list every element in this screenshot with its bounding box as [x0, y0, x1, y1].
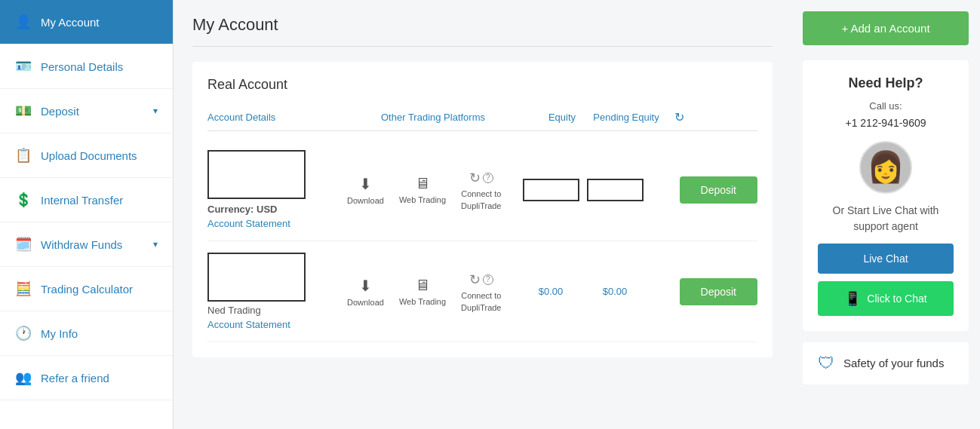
- account-box-1: [207, 150, 306, 199]
- sidebar-item-trading-calculator[interactable]: 🧮 Trading Calculator: [0, 267, 173, 311]
- dupli-trade-icon: ↻: [469, 271, 481, 288]
- section-title: Real Account: [207, 77, 757, 93]
- shield-icon: 🛡: [818, 354, 834, 373]
- account-statement-link-1[interactable]: Account Statement: [207, 218, 347, 229]
- col-header-account-details: Account Details: [207, 112, 358, 123]
- sidebar-item-label: Upload Documents: [41, 149, 137, 162]
- trading-actions-1: ⬇ Download 🖥 Web Trading ↻ ? Connect to …: [347, 170, 521, 210]
- page-title: My Account: [192, 15, 773, 47]
- dupli-trade-action-1[interactable]: ↻ ? Connect to DupliTrade: [461, 170, 501, 210]
- question-icon[interactable]: ?: [483, 173, 493, 183]
- friends-icon: 👥: [15, 369, 32, 386]
- sidebar-item-withdraw-funds[interactable]: 🗓️ Withdraw Funds ▾: [0, 222, 173, 267]
- sidebar-item-label: Withdraw Funds: [41, 238, 122, 251]
- chevron-down-icon: ▾: [153, 106, 158, 116]
- sidebar-item-label: My Account: [41, 16, 100, 29]
- deposit-button-2[interactable]: Deposit: [680, 278, 757, 305]
- avatar-placeholder: 👩: [867, 149, 905, 185]
- sidebar-item-refer-a-friend[interactable]: 👥 Refer a friend: [0, 356, 173, 400]
- add-account-button[interactable]: + Add an Account: [803, 11, 969, 45]
- web-trading-action-1[interactable]: 🖥 Web Trading: [399, 175, 446, 204]
- sidebar-item-label: Trading Calculator: [41, 283, 133, 296]
- sidebar: 👤 My Account 🪪 Personal Details 💵 Deposi…: [0, 0, 174, 429]
- withdraw-icon: 🗓️: [15, 236, 32, 253]
- whatsapp-icon: 📱: [844, 290, 861, 307]
- real-account-section: Real Account Account Details Other Tradi…: [192, 62, 773, 357]
- web-trading-action-2[interactable]: 🖥 Web Trading: [399, 277, 446, 306]
- info-icon: 🕐: [15, 325, 32, 342]
- monitor-icon: 🖥: [415, 175, 430, 192]
- phone-number: +1 212-941-9609: [845, 117, 926, 129]
- chevron-down-icon: ▾: [153, 239, 158, 250]
- safety-card: 🛡 Safety of your funds: [803, 342, 969, 385]
- help-card: Need Help? Call us: +1 212-941-9609 👩 Or…: [803, 60, 969, 331]
- user-icon: 👤: [15, 14, 32, 30]
- table-row: Ned Trading Account Statement ⬇ Download…: [207, 241, 757, 342]
- deposit-button-1[interactable]: Deposit: [680, 176, 757, 204]
- sidebar-item-label: Personal Details: [41, 60, 123, 73]
- sidebar-item-label: Internal Transfer: [41, 194, 123, 207]
- avatar: 👩: [859, 141, 912, 194]
- table-row: Currency: USD Account Statement ⬇ Downlo…: [207, 139, 757, 241]
- help-title: Need Help?: [818, 75, 954, 91]
- table-header: Account Details Other Trading Platforms …: [207, 104, 757, 131]
- pending-equity-box-1: [587, 179, 644, 201]
- sidebar-item-internal-transfer[interactable]: 💲 Internal Transfer: [0, 178, 173, 222]
- pending-equity-value-1: [581, 179, 649, 201]
- right-panel: + Add an Account Need Help? Call us: +1 …: [791, 0, 980, 429]
- dupli-trade-action-2[interactable]: ↻ ? Connect to DupliTrade: [461, 271, 501, 312]
- pending-equity-value-2: $0.00: [581, 286, 649, 297]
- sidebar-item-personal-details[interactable]: 🪪 Personal Details: [0, 44, 173, 89]
- live-chat-description: Or Start Live Chat with support agent: [818, 203, 954, 234]
- sidebar-item-label: Deposit: [41, 105, 79, 118]
- account-info-2: Ned Trading Account Statement: [207, 253, 347, 330]
- calculator-icon: 🧮: [15, 280, 32, 297]
- download-icon: ⬇: [359, 175, 372, 193]
- sidebar-item-my-account[interactable]: 👤 My Account: [0, 0, 173, 44]
- live-chat-button[interactable]: Live Chat: [818, 244, 954, 274]
- download-action-2[interactable]: ⬇ Download: [347, 277, 384, 307]
- main-content: My Account Real Account Account Details …: [174, 0, 791, 429]
- col-header-other-trading: Other Trading Platforms: [358, 112, 532, 123]
- download-icon: ⬇: [359, 277, 372, 295]
- sidebar-item-label: My Info: [41, 327, 78, 340]
- sidebar-item-upload-documents[interactable]: 📋 Upload Documents: [0, 133, 173, 178]
- col-header-equity: Equity: [532, 112, 592, 123]
- trading-actions-2: ⬇ Download 🖥 Web Trading ↻ ? Connect to …: [347, 271, 521, 312]
- safety-text: Safety of your funds: [843, 355, 944, 371]
- sidebar-item-deposit[interactable]: 💵 Deposit ▾: [0, 89, 173, 133]
- equity-value-2: $0.00: [521, 286, 581, 297]
- download-action-1[interactable]: ⬇ Download: [347, 175, 384, 205]
- account-box-2: [207, 253, 306, 302]
- sidebar-item-label: Refer a friend: [41, 372, 109, 385]
- transfer-icon: 💲: [15, 192, 32, 208]
- question-icon[interactable]: ?: [483, 274, 493, 285]
- id-card-icon: 🪪: [15, 58, 32, 75]
- refresh-icon[interactable]: ↻: [660, 110, 698, 124]
- ned-trading-label: Ned Trading: [207, 305, 347, 316]
- account-info-1: Currency: USD Account Statement: [207, 150, 347, 229]
- account-statement-link-2[interactable]: Account Statement: [207, 319, 347, 330]
- call-us-label: Call us: +1 212-941-9609: [818, 99, 954, 132]
- sidebar-item-my-info[interactable]: 🕐 My Info: [0, 311, 173, 356]
- document-icon: 📋: [15, 147, 32, 164]
- equity-value-1: [521, 179, 581, 201]
- whatsapp-chat-button[interactable]: 📱 Click to Chat: [818, 281, 954, 316]
- monitor-icon: 🖥: [415, 277, 430, 294]
- col-header-pending-equity: Pending Equity: [592, 112, 660, 123]
- deposit-icon: 💵: [15, 103, 32, 119]
- dupli-trade-icon: ↻: [469, 170, 481, 186]
- equity-box-1: [523, 179, 579, 201]
- account-currency-1: Currency: USD: [207, 204, 347, 215]
